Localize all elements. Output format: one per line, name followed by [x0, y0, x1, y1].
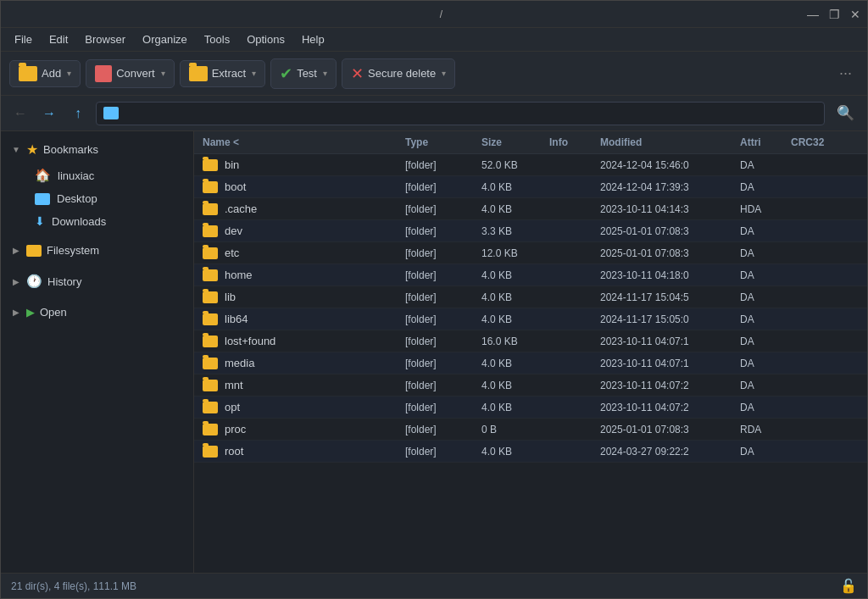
search-icon: 🔍	[837, 104, 854, 122]
file-size: 4.0 KB	[481, 313, 549, 325]
sidebar-bookmarks-label: Bookmarks	[43, 143, 98, 156]
file-name-cell: proc	[203, 423, 405, 435]
sidebar-section-history: ▶ 🕐 History	[1, 269, 193, 294]
file-attri: DA	[740, 247, 791, 259]
up-button[interactable]: ↑	[67, 103, 89, 125]
file-size: 4.0 KB	[481, 203, 549, 215]
close-button[interactable]: ✕	[850, 8, 860, 21]
file-modified: 2025-01-01 07:08:3	[600, 247, 740, 259]
sidebar-item-desktop[interactable]: Desktop	[4, 188, 190, 209]
menu-item-tools[interactable]: Tools	[198, 31, 236, 48]
file-size: 4.0 KB	[481, 380, 549, 391]
test-caret-icon: ▾	[323, 69, 327, 78]
table-row[interactable]: root [folder] 4.0 KB 2024-03-27 09:22:2 …	[194, 441, 867, 463]
file-name: etc	[225, 247, 239, 259]
file-name-cell: opt	[203, 401, 405, 413]
menu-item-file[interactable]: File	[8, 31, 39, 48]
home-icon: 🏠	[35, 168, 51, 183]
file-attri: DA	[740, 446, 791, 458]
file-attri: DA	[740, 402, 791, 413]
file-attri: DA	[740, 269, 791, 281]
add-button[interactable]: Add ▾	[9, 60, 81, 87]
file-size: 16.0 KB	[481, 336, 549, 347]
sidebar: ▼ ★ Bookmarks 🏠 linuxiac Desktop ⬇ Downl…	[1, 131, 194, 573]
file-name: proc	[225, 423, 246, 435]
test-button[interactable]: ✔ Test ▾	[270, 58, 337, 89]
desktop-label: Desktop	[57, 192, 97, 205]
file-modified: 2023-10-11 04:18:0	[600, 269, 740, 281]
table-row[interactable]: dev [folder] 3.3 KB 2025-01-01 07:08:3 D…	[194, 220, 867, 242]
history-clock-icon: 🕐	[26, 274, 42, 289]
file-modified: 2023-10-11 04:07:2	[600, 380, 740, 391]
open-toggle-icon: ▶	[11, 308, 21, 318]
menu-item-organize[interactable]: Organize	[136, 31, 194, 48]
col-info[interactable]: Info	[549, 136, 600, 148]
sidebar-item-linuxiac[interactable]: 🏠 linuxiac	[4, 164, 190, 187]
sidebar-open-header[interactable]: ▶ ▶ Open	[4, 301, 190, 324]
secure-delete-x-icon: ✕	[351, 64, 364, 83]
table-row[interactable]: lib [folder] 4.0 KB 2024-11-17 15:04:5 D…	[194, 286, 867, 308]
file-name-cell: .cache	[203, 202, 405, 215]
file-name: boot	[225, 180, 246, 193]
sidebar-filesystem-header[interactable]: ▶ Filesystem	[4, 239, 190, 262]
table-row[interactable]: boot [folder] 4.0 KB 2024-12-04 17:39:3 …	[194, 176, 867, 198]
file-name-cell: etc	[203, 247, 405, 259]
sidebar-item-downloads[interactable]: ⬇ Downloads	[4, 210, 190, 232]
menu-item-edit[interactable]: Edit	[42, 31, 75, 48]
table-row[interactable]: lib64 [folder] 4.0 KB 2024-11-17 15:05:0…	[194, 308, 867, 330]
filesystem-folder-icon	[26, 245, 42, 257]
file-size: 4.0 KB	[481, 181, 549, 193]
forward-button[interactable]: →	[38, 103, 60, 125]
search-button[interactable]: 🔍	[832, 100, 859, 127]
file-name: home	[225, 269, 253, 281]
col-name[interactable]: Name <	[203, 136, 405, 148]
minimize-button[interactable]: —	[807, 8, 819, 21]
file-attri: RDA	[740, 424, 791, 435]
secure-delete-button[interactable]: ✕ Secure delete ▾	[342, 58, 455, 89]
file-size: 4.0 KB	[481, 402, 549, 413]
menu-item-options[interactable]: Options	[240, 31, 292, 48]
table-row[interactable]: etc [folder] 12.0 KB 2025-01-01 07:08:3 …	[194, 242, 867, 264]
main-content: ▼ ★ Bookmarks 🏠 linuxiac Desktop ⬇ Downl…	[1, 131, 867, 573]
col-modified[interactable]: Modified	[600, 136, 740, 148]
sidebar-bookmarks-header[interactable]: ▼ ★ Bookmarks	[4, 136, 190, 163]
table-row[interactable]: lost+found [folder] 16.0 KB 2023-10-11 0…	[194, 330, 867, 352]
lock-icon: 🔓	[840, 578, 857, 594]
col-type[interactable]: Type	[405, 136, 481, 148]
back-button[interactable]: ←	[9, 103, 31, 125]
file-attri: HDA	[740, 203, 791, 215]
file-attri: DA	[740, 336, 791, 347]
file-modified: 2025-01-01 07:08:3	[600, 225, 740, 237]
file-type: [folder]	[405, 358, 481, 369]
menu-item-browser[interactable]: Browser	[78, 31, 132, 48]
table-row[interactable]: .cache [folder] 4.0 KB 2023-10-11 04:14:…	[194, 198, 867, 220]
table-row[interactable]: opt [folder] 4.0 KB 2023-10-11 04:07:2 D…	[194, 397, 867, 419]
menu-item-help[interactable]: Help	[295, 31, 331, 48]
sidebar-open-label: Open	[40, 306, 67, 319]
convert-caret-icon: ▾	[161, 69, 165, 78]
file-type: [folder]	[405, 402, 481, 413]
file-attri: DA	[740, 225, 791, 237]
menubar: FileEditBrowserOrganizeToolsOptionsHelp	[1, 28, 867, 52]
restore-button[interactable]: ❐	[829, 8, 840, 21]
col-attri[interactable]: Attri	[740, 136, 791, 148]
sidebar-history-header[interactable]: ▶ 🕐 History	[4, 269, 190, 294]
file-name: lost+found	[225, 335, 275, 347]
table-row[interactable]: media [folder] 4.0 KB 2023-10-11 04:07:1…	[194, 352, 867, 374]
address-field[interactable]	[96, 102, 825, 125]
file-modified: 2024-11-17 15:05:0	[600, 313, 740, 325]
folder-icon	[203, 424, 218, 435]
col-crc32[interactable]: CRC32	[791, 136, 859, 148]
convert-button[interactable]: Convert ▾	[86, 59, 175, 88]
table-row[interactable]: proc [folder] 0 B 2025-01-01 07:08:3 RDA	[194, 419, 867, 441]
toolbar-more-button[interactable]: ···	[832, 61, 859, 86]
table-row[interactable]: home [folder] 4.0 KB 2023-10-11 04:18:0 …	[194, 264, 867, 286]
statusbar: 21 dir(s), 4 file(s), 111.1 MB 🔓	[1, 573, 867, 598]
extract-button[interactable]: Extract ▾	[180, 60, 265, 87]
extract-caret-icon: ▾	[252, 69, 256, 78]
window-title: /	[75, 8, 807, 20]
table-row[interactable]: bin [folder] 52.0 KB 2024-12-04 15:46:0 …	[194, 154, 867, 176]
table-row[interactable]: mnt [folder] 4.0 KB 2023-10-11 04:07:2 D…	[194, 374, 867, 397]
file-type: [folder]	[405, 269, 481, 281]
col-size[interactable]: Size	[481, 136, 549, 148]
